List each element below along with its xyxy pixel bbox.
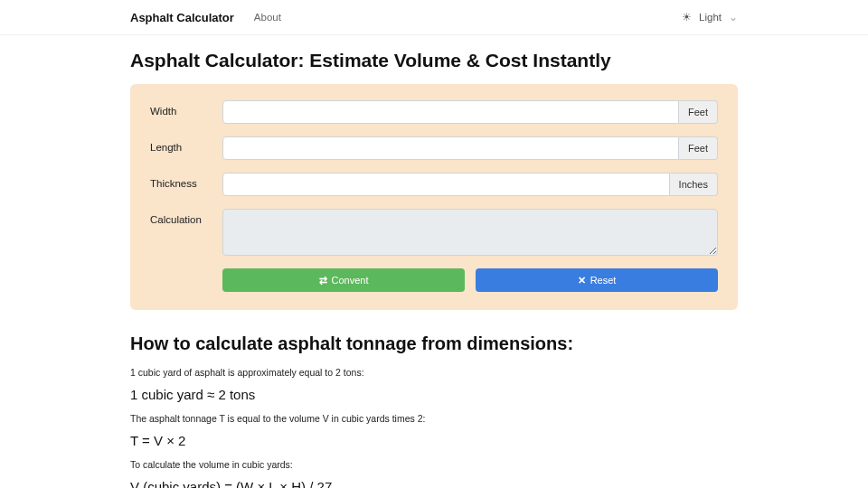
thickness-label: Thickness — [150, 173, 222, 189]
convert-button[interactable]: ⇄ Convent — [222, 268, 465, 292]
howto-text: The asphalt tonnage T is equal to the vo… — [130, 413, 738, 424]
calculator-panel: Width Feet Length Feet Thickness Inches … — [130, 84, 738, 310]
nav-link-about[interactable]: About — [254, 12, 281, 23]
howto-formula: 1 cubic yard ≈ 2 tons — [130, 387, 738, 402]
reset-button-label: Reset — [590, 275, 617, 286]
width-label: Width — [150, 100, 222, 117]
thickness-input[interactable] — [222, 173, 670, 196]
arrows-icon: ⇄ — [319, 275, 327, 286]
length-input[interactable] — [222, 136, 679, 160]
brand-title[interactable]: Asphalt Calculator — [130, 11, 234, 24]
howto-formula: T = V × 2 — [130, 433, 738, 448]
chevron-down-icon: ⌄ — [729, 11, 738, 23]
howto-text: To calculate the volume in cubic yards: — [130, 459, 738, 470]
thickness-unit: Inches — [670, 173, 718, 196]
sun-icon: ☀ — [682, 11, 692, 23]
calculation-output[interactable] — [222, 209, 718, 256]
page-title: Asphalt Calculator: Estimate Volume & Co… — [130, 50, 738, 71]
navbar: Asphalt Calculator About ☀ Light ⌄ — [0, 0, 868, 35]
howto-formula: V (cubic yards) = (W × L × H) / 27 — [130, 479, 738, 488]
howto-text: 1 cubic yard of asphalt is approximately… — [130, 367, 738, 378]
theme-toggle[interactable]: ☀ Light ⌄ — [682, 11, 738, 23]
theme-label: Light — [699, 12, 722, 23]
howto-heading: How to calculate asphalt tonnage from di… — [130, 333, 738, 354]
length-label: Length — [150, 136, 222, 153]
reset-button[interactable]: ✕ Reset — [476, 268, 718, 292]
width-input[interactable] — [222, 100, 679, 124]
calculation-label: Calculation — [150, 209, 222, 225]
close-icon: ✕ — [578, 275, 586, 286]
width-unit: Feet — [679, 100, 718, 124]
convert-button-label: Convent — [332, 275, 369, 286]
length-unit: Feet — [679, 136, 718, 160]
